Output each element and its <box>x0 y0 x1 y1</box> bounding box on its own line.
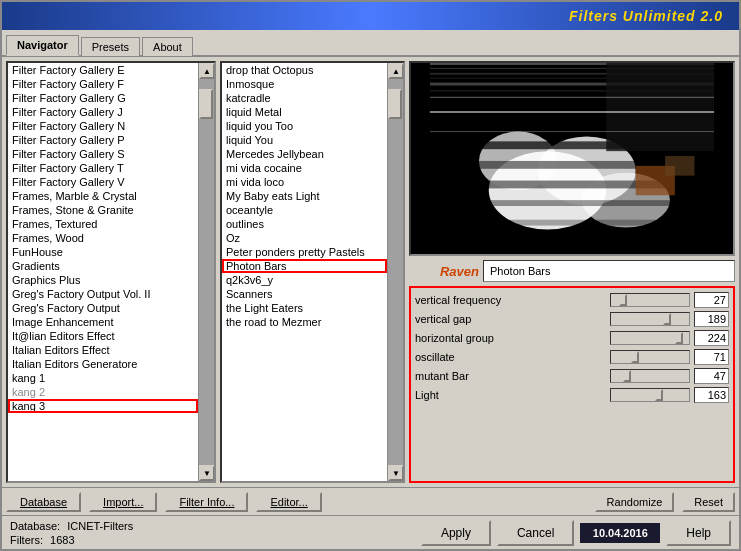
list-item[interactable]: Graphics Plus <box>8 273 198 287</box>
effect-list[interactable]: drop that Octopus Inmosque katcradle liq… <box>222 63 387 481</box>
list-item[interactable]: Italian Editors Generatore <box>8 357 198 371</box>
param-value-5[interactable]: 163 <box>694 387 729 403</box>
middle-panel: drop that Octopus Inmosque katcradle liq… <box>220 61 405 483</box>
category-list[interactable]: Filter Factory Gallery E Filter Factory … <box>8 63 198 481</box>
scroll-track[interactable] <box>199 79 214 465</box>
list-item[interactable]: Filter Factory Gallery E <box>8 63 198 77</box>
slider-thumb-3[interactable] <box>631 351 639 363</box>
list-item[interactable]: Italian Editors Effect <box>8 343 198 357</box>
list-item[interactable]: Filter Factory Gallery S <box>8 147 198 161</box>
randomize-button[interactable]: Randomize <box>595 492 675 512</box>
list-item[interactable]: katcradle <box>222 91 387 105</box>
param-row-2: horizontal group 224 <box>415 330 729 346</box>
param-slider-4[interactable] <box>610 369 690 383</box>
list-item[interactable]: Filter Factory Gallery N <box>8 119 198 133</box>
slider-thumb-5[interactable] <box>655 389 663 401</box>
param-slider-1[interactable] <box>610 312 690 326</box>
list-item[interactable]: Greg's Factory Output Vol. II <box>8 287 198 301</box>
list-item[interactable]: Frames, Wood <box>8 231 198 245</box>
param-slider-3[interactable] <box>610 350 690 364</box>
help-button[interactable]: Help <box>666 520 731 546</box>
list-item[interactable]: Frames, Stone & Granite <box>8 203 198 217</box>
param-label-1: vertical gap <box>415 313 606 325</box>
list-item[interactable]: Peter ponders pretty Pastels <box>222 245 387 259</box>
list-item[interactable]: Frames, Marble & Crystal <box>8 189 198 203</box>
list-item[interactable]: Filter Factory Gallery J <box>8 105 198 119</box>
list-item[interactable]: Frames, Textured <box>8 217 198 231</box>
cancel-button[interactable]: Cancel <box>497 520 574 546</box>
list-item[interactable]: q2k3v6_y <box>222 273 387 287</box>
list-item[interactable]: liquid you Too <box>222 119 387 133</box>
param-value-4[interactable]: 47 <box>694 368 729 384</box>
import-button[interactable]: Import... <box>89 492 157 512</box>
list-item[interactable]: Scanners <box>222 287 387 301</box>
tab-navigator[interactable]: Navigator <box>6 35 79 56</box>
content-area: Filter Factory Gallery E Filter Factory … <box>2 57 739 487</box>
list-item[interactable]: mi vida cocaine <box>222 161 387 175</box>
scroll-thumb[interactable] <box>388 89 402 119</box>
list-item[interactable]: mi vida loco <box>222 175 387 189</box>
list-item[interactable]: kang 1 <box>8 371 198 385</box>
scroll-up-arrow[interactable]: ▲ <box>388 63 403 79</box>
param-label-0: vertical frequency <box>415 294 606 306</box>
apply-button[interactable]: Apply <box>421 520 491 546</box>
list-item[interactable]: outlines <box>222 217 387 231</box>
tab-presets[interactable]: Presets <box>81 37 140 56</box>
param-slider-2[interactable] <box>610 331 690 345</box>
list-item[interactable]: oceantyle <box>222 203 387 217</box>
slider-thumb-2[interactable] <box>675 332 683 344</box>
database-button[interactable]: Database <box>6 492 81 512</box>
list-item[interactable]: the road to Mezmer <box>222 315 387 329</box>
scroll-up-arrow[interactable]: ▲ <box>199 63 214 79</box>
list-item[interactable]: Greg's Factory Output <box>8 301 198 315</box>
editor-button[interactable]: Editor... <box>256 492 321 512</box>
slider-thumb-0[interactable] <box>619 294 627 306</box>
list-item[interactable]: kang 2 <box>8 385 198 399</box>
left-scrollbar[interactable]: ▲ ▼ <box>198 63 214 481</box>
param-value-3[interactable]: 71 <box>694 349 729 365</box>
database-label: Database: <box>10 520 60 532</box>
reset-button[interactable]: Reset <box>682 492 735 512</box>
list-item[interactable]: the Light Eaters <box>222 301 387 315</box>
list-item[interactable]: Oz <box>222 231 387 245</box>
raven-label: Raven <box>409 264 479 279</box>
middle-scrollbar[interactable]: ▲ ▼ <box>387 63 403 481</box>
param-value-2[interactable]: 224 <box>694 330 729 346</box>
scroll-down-arrow[interactable]: ▼ <box>199 465 214 481</box>
list-item[interactable]: Filter Factory Gallery P <box>8 133 198 147</box>
list-item[interactable]: It@lian Editors Effect <box>8 329 198 343</box>
scroll-track[interactable] <box>388 79 403 465</box>
param-value-0[interactable]: 27 <box>694 292 729 308</box>
title-bar: Filters Unlimited 2.0 <box>2 2 739 30</box>
right-panel: Raven Photon Bars vertical frequency 27 … <box>409 61 735 483</box>
param-slider-0[interactable] <box>610 293 690 307</box>
list-item[interactable]: Mercedes Jellybean <box>222 147 387 161</box>
list-item[interactable]: Filter Factory Gallery F <box>8 77 198 91</box>
status-info: Database: ICNET-Filters Filters: 1683 <box>10 519 417 547</box>
list-item[interactable]: Filter Factory Gallery V <box>8 175 198 189</box>
list-item[interactable]: liquid Metal <box>222 105 387 119</box>
param-value-1[interactable]: 189 <box>694 311 729 327</box>
list-item[interactable]: drop that Octopus <box>222 63 387 77</box>
list-item[interactable]: Gradients <box>8 259 198 273</box>
param-row-1: vertical gap 189 <box>415 311 729 327</box>
filter-info-button[interactable]: Filter Info... <box>165 492 248 512</box>
list-item[interactable]: FunHouse <box>8 245 198 259</box>
list-item[interactable]: liquid You <box>222 133 387 147</box>
tab-about[interactable]: About <box>142 37 193 56</box>
svg-rect-27 <box>665 156 694 176</box>
list-item[interactable]: Filter Factory Gallery G <box>8 91 198 105</box>
slider-thumb-4[interactable] <box>623 370 631 382</box>
list-item[interactable]: Inmosque <box>222 77 387 91</box>
list-item-selected[interactable]: kang 3 <box>8 399 198 413</box>
tab-bar: Navigator Presets About <box>2 30 739 57</box>
filters-label: Filters: <box>10 534 43 546</box>
slider-thumb-1[interactable] <box>663 313 671 325</box>
scroll-down-arrow[interactable]: ▼ <box>388 465 403 481</box>
list-item[interactable]: My Baby eats Light <box>222 189 387 203</box>
list-item[interactable]: Filter Factory Gallery T <box>8 161 198 175</box>
list-item-photon-bars[interactable]: Photon Bars <box>222 259 387 273</box>
param-slider-5[interactable] <box>610 388 690 402</box>
scroll-thumb[interactable] <box>199 89 213 119</box>
list-item[interactable]: Image Enhancement <box>8 315 198 329</box>
